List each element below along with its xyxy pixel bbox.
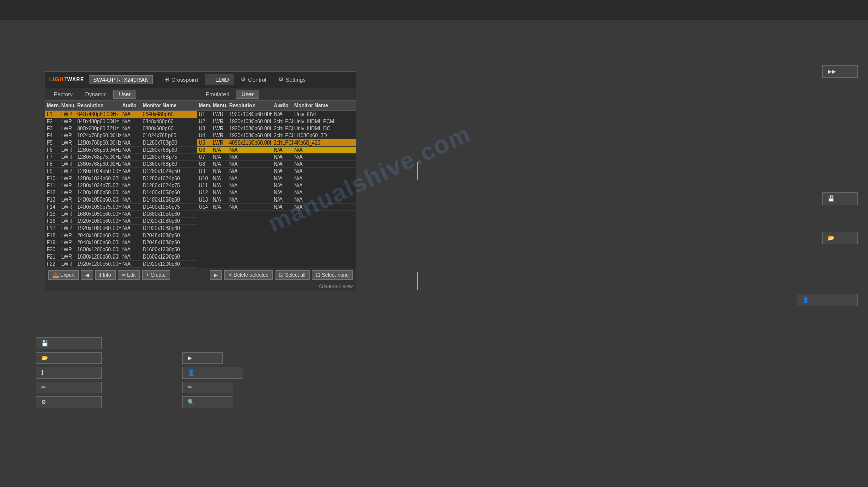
content-area: Factory Dynamic User Mem. Manu. Resoluti… <box>45 88 356 268</box>
back-button[interactable]: ◀ <box>81 270 93 280</box>
left-sub-tabs: Factory Dynamic User <box>45 88 197 101</box>
right-table-row[interactable]: U9 N/A N/A N/A N/A <box>197 168 356 175</box>
btn-load-right[interactable]: 📂 <box>822 232 858 244</box>
left-table-row[interactable]: F17 LWR 1920x1080p60.00Hz N/A D1920x1080… <box>45 225 197 232</box>
btn-arrow-top[interactable]: ▶▶ <box>822 65 858 78</box>
cursor-line-1 <box>417 162 418 180</box>
load-icon-right: 📂 <box>828 235 835 241</box>
right-table-row[interactable]: U11 N/A N/A N/A N/A <box>197 182 356 189</box>
btn-settings-bottom[interactable]: ⚙ <box>36 396 102 408</box>
right-table-row[interactable]: U13 N/A N/A N/A N/A <box>197 196 356 204</box>
left-table-header: Mem. Manu. Resolution Audio Monitor Name <box>45 101 197 111</box>
arrow-icon: ▶ <box>214 272 218 278</box>
right-table-row[interactable]: U6 N/A N/A N/A N/A <box>197 147 356 154</box>
btn-user-br[interactable]: 👤 <box>797 294 858 306</box>
left-table-row[interactable]: F20 LWR 1600x1200p50.00Hz N/A D1600x1200… <box>45 246 197 253</box>
btn-arrow-center[interactable]: ▶ <box>182 352 223 364</box>
create-button[interactable]: + Create <box>142 270 170 280</box>
search-center-icon: 🔍 <box>188 399 195 406</box>
left-table-row[interactable]: F12 LWR 1400x1050p50.00Hz N/A D1400x1050… <box>45 189 197 196</box>
select-all-button[interactable]: ☑ Select all <box>275 270 310 280</box>
left-table-row[interactable]: F13 LWR 1400x1050p60.00Hz N/A D1400x1050… <box>45 196 197 204</box>
crosspoint-icon: ⊞ <box>164 76 169 83</box>
select-none-icon: ☐ <box>316 272 320 278</box>
right-table-row[interactable]: U7 N/A N/A N/A N/A <box>197 154 356 161</box>
left-table-row[interactable]: F9 LWR 1280x1024p50.00Hz N/A D1280x1024p… <box>45 168 197 175</box>
left-table-body: F1 LWR 640x480p60.00Hz N/A 0640x480p60 F… <box>45 111 197 268</box>
delete-selected-button[interactable]: ✕ Delete selected <box>224 270 273 280</box>
panel-header: LIGHTWARE SW4-OPT-TX240RAK ⊞ Crosspoint … <box>45 72 356 88</box>
info-button[interactable]: ℹ Info <box>95 270 116 280</box>
subtab-user-left[interactable]: User <box>113 90 136 99</box>
left-table-row[interactable]: F4 LWR 1024x768p60.00Hz N/A 01024x768p60 <box>45 132 197 139</box>
double-arrow-icon: ▶▶ <box>828 68 836 75</box>
bottom-toolbar: 📤 Export ◀ ℹ Info ✏ Edit + Create ▶ ✕ De… <box>45 268 356 282</box>
right-table-row[interactable]: U3 LWR 1920x1080p60.00Hz 2chLPCM,8ch... … <box>197 125 356 132</box>
control-icon: ⚙ <box>241 76 246 83</box>
top-bar <box>0 0 868 20</box>
right-table-row[interactable]: U12 N/A N/A N/A N/A <box>197 189 356 196</box>
btn-save-right[interactable]: 💾 <box>822 192 858 205</box>
right-table-row[interactable]: U10 N/A N/A N/A N/A <box>197 175 356 182</box>
select-none-button[interactable]: ☐ Select none <box>312 270 353 280</box>
arrow-button[interactable]: ▶ <box>210 270 222 280</box>
tab-settings[interactable]: ⚙ Settings <box>273 74 312 85</box>
right-sub-tabs: Emulated User <box>197 88 356 101</box>
device-name: SW4-OPT-TX240RAK <box>89 75 153 84</box>
left-table-row[interactable]: F21 LWR 1600x1200p50.00Hz N/A D1600x1200… <box>45 253 197 261</box>
btn-search-center[interactable]: 🔍 <box>182 396 233 408</box>
left-table-row[interactable]: F18 LWR 2048x1080p60.00Hz N/A D2048x1080… <box>45 232 197 239</box>
right-table-row[interactable]: U4 LWR 1920x1080p60.00Hz 2chLPCM H1080p6… <box>197 132 356 139</box>
delete-icon: ✕ <box>228 272 232 278</box>
left-table-row[interactable]: F16 LWR 1920x1080p60.00Hz N/A D1920x1080… <box>45 218 197 225</box>
right-table-row[interactable]: U14 N/A N/A N/A N/A <box>197 204 356 211</box>
right-table-body: U1 LWR 1920x1080p60.00Hz N/A Univ_DVI U2… <box>197 111 356 211</box>
right-table-row[interactable]: U2 LWR 1920x1080p60.00Hz 2chLPCM Univ_HD… <box>197 118 356 125</box>
left-table-row[interactable]: F3 LWR 800x600p60.32Hz N/A 0800x600p60 <box>45 125 197 132</box>
left-table-row[interactable]: F8 LWR 1360x768p60.02Hz N/A D1360x768p60 <box>45 161 197 168</box>
btn-user-center[interactable]: 👤 <box>182 367 243 379</box>
edit-center-icon: ✏ <box>188 384 192 391</box>
edit-icon-bottom: ✏ <box>41 384 46 391</box>
info-icon: ℹ <box>99 272 101 278</box>
tab-edid[interactable]: ≡ EDID <box>205 74 235 85</box>
export-icon: 📤 <box>52 272 59 278</box>
btn-open-bottom[interactable]: 📂 <box>36 352 102 364</box>
save-icon-bottom: 💾 <box>41 340 48 347</box>
select-all-icon: ☑ <box>279 272 284 278</box>
left-table-row[interactable]: F15 LWR 1680x1050p60.00Hz N/A D1680x1050… <box>45 211 197 218</box>
right-panel: Emulated User Mem. Manu. Resolution Audi… <box>197 88 356 268</box>
export-button[interactable]: 📤 Export <box>48 270 79 280</box>
subtab-dynamic[interactable]: Dynamic <box>79 90 113 99</box>
arrow-center-icon: ▶ <box>188 355 192 361</box>
right-table-row[interactable]: U5 LWR 4096x2160p60.00Hz 2chLPCM 4Kp60_4… <box>197 139 356 147</box>
left-table-row[interactable]: F10 LWR 1280x1024p60.02Hz N/A D1280x1024… <box>45 175 197 182</box>
btn-info-bottom[interactable]: ℹ <box>36 367 102 379</box>
btn-edit-center[interactable]: ✏ <box>182 382 233 393</box>
right-table-row[interactable]: U8 N/A N/A N/A N/A <box>197 161 356 168</box>
advanced-view-link[interactable]: Advanced view <box>45 282 356 291</box>
right-table-row[interactable]: U1 LWR 1920x1080p60.00Hz N/A Univ_DVI <box>197 111 356 118</box>
bottom-left-section: 💾 📂 ℹ ✏ ⚙ <box>36 337 102 408</box>
left-table-row[interactable]: F22 LWR 1920x1200p50.00Hz N/A D1920x1200… <box>45 261 197 268</box>
subtab-factory[interactable]: Factory <box>48 90 78 99</box>
bottom-center-section: ▶ 👤 ✏ 🔍 <box>182 352 243 408</box>
left-table-row[interactable]: F7 LWR 1280x768p75.00Hz N/A D1280x768p75 <box>45 154 197 161</box>
tab-control[interactable]: ⚙ Control <box>235 74 271 85</box>
btn-edit-bottom[interactable]: ✏ <box>36 382 102 393</box>
edit-button[interactable]: ✏ Edit <box>118 270 140 280</box>
left-table-row[interactable]: F5 LWR 1280x768p60.00Hz N/A D1280x768p50 <box>45 139 197 147</box>
left-table-row[interactable]: F11 LWR 1280x1024p75.02Hz N/A D1280x1024… <box>45 182 197 189</box>
left-table-row[interactable]: F1 LWR 640x480p60.00Hz N/A 0640x480p60 <box>45 111 197 118</box>
left-table-row[interactable]: F6 LWR 1280x768p59.94Hz N/A D1280x768p60 <box>45 147 197 154</box>
btn-save-bottom[interactable]: 💾 <box>36 337 102 349</box>
subtab-user-right[interactable]: User <box>236 90 259 99</box>
left-table-row[interactable]: F14 LWR 1400x1050p75.00Hz N/A D1400x1050… <box>45 204 197 211</box>
left-table-row[interactable]: F2 LWR 848x480p60.00Hz N/A 0848x480p60 <box>45 118 197 125</box>
tab-crosspoint[interactable]: ⊞ Crosspoint <box>159 74 204 85</box>
main-panel: LIGHTWARE SW4-OPT-TX240RAK ⊞ Crosspoint … <box>45 71 356 291</box>
subtab-emulated[interactable]: Emulated <box>200 90 235 99</box>
cursor-line-2 <box>417 272 418 290</box>
create-icon: + <box>146 272 149 278</box>
left-table-row[interactable]: F19 LWR 2048x1080p60.00Hz N/A D2048x1080… <box>45 239 197 246</box>
